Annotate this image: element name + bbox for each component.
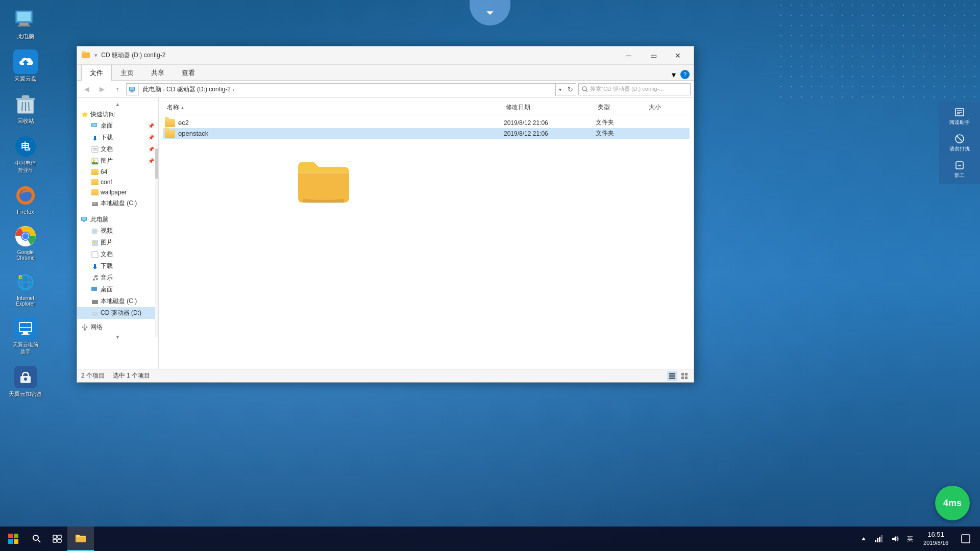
view-details-btn[interactable] (667, 371, 677, 381)
up-button[interactable]: ↑ (111, 83, 124, 96)
sidebar-scroll-up[interactable]: ▲ (77, 100, 158, 108)
sidebar-item-conf[interactable]: conf (77, 177, 158, 187)
sidebar-item-desktop-pc[interactable]: 桌面 (77, 284, 158, 295)
col-size[interactable]: 大小 (647, 102, 688, 113)
col-type[interactable]: 类型 (596, 102, 647, 113)
right-panel-dnd[interactable]: 请勿打扰 (949, 134, 970, 153)
sidebar-network-header[interactable]: 网络 (77, 321, 158, 333)
desktop-icon-tianyi-helper[interactable]: 天翼云电脑 助手 (5, 314, 46, 358)
svg-rect-94 (875, 540, 876, 542)
svg-rect-58 (92, 229, 97, 234)
svg-rect-99 (962, 535, 970, 543)
svg-rect-40 (130, 87, 134, 90)
tray-network-icon[interactable] (871, 535, 886, 543)
tray-show-hidden[interactable] (858, 536, 869, 541)
sidebar-item-local-c[interactable]: 本地磁盘 (C:) (77, 197, 158, 209)
tab-view[interactable]: 查看 (173, 65, 204, 81)
svg-rect-91 (53, 539, 57, 542)
close-button[interactable]: ✕ (666, 48, 690, 63)
tray-volume-icon[interactable] (888, 535, 902, 543)
right-panel-reading[interactable]: 阅读助手 (949, 107, 970, 126)
tray-language-icon[interactable]: 英 (904, 535, 916, 543)
back-button[interactable]: ◀ (80, 83, 93, 96)
address-refresh-btn[interactable]: ↻ (565, 84, 576, 96)
sidebar-quick-access-header[interactable]: ⭐ 快速访问 (77, 108, 158, 120)
sidebar-item-local-c-pc[interactable]: 本地磁盘 (C:) (77, 295, 158, 307)
table-row[interactable]: openstack 2019/8/12 21:06 文件夹 (163, 128, 690, 139)
minimize-button[interactable]: ─ (617, 48, 641, 63)
sidebar-scrollbar-track (155, 143, 158, 337)
chrome-label: Google Chrome (16, 249, 35, 261)
sidebar-item-pics-pc[interactable]: 图片 (77, 237, 158, 248)
sidebar-item-docs-pc[interactable]: 文档 (77, 248, 158, 260)
svg-rect-92 (58, 539, 61, 542)
help-button[interactable]: ? (680, 70, 690, 79)
sidebar-item-wallpaper[interactable]: wallpaper (77, 187, 158, 197)
folder-small-icon-2 (91, 179, 99, 185)
system-tray: 英 16:51 2019/8/16 (858, 527, 980, 551)
start-button[interactable] (0, 527, 27, 551)
right-panel-tools[interactable]: 部工 (954, 160, 965, 179)
file-type-openstack: 文件夹 (596, 129, 647, 138)
tab-share[interactable]: 共享 (142, 65, 173, 81)
sidebar-scroll-down[interactable]: ▼ (77, 333, 158, 341)
svg-point-54 (96, 203, 97, 204)
tab-home[interactable]: 主页 (112, 65, 142, 81)
svg-rect-56 (82, 217, 86, 220)
item-count: 2 个项目 (81, 371, 105, 380)
sidebar-item-downloads-quick[interactable]: 下载 📌 (77, 132, 158, 143)
sidebar-scrollbar-thumb[interactable] (155, 148, 158, 179)
svg-text:电: 电 (21, 141, 31, 152)
sidebar-item-music[interactable]: 音乐 (77, 272, 158, 284)
right-panel-tools-label: 部工 (954, 172, 965, 179)
restore-button[interactable]: ▭ (642, 48, 665, 63)
svg-rect-3 (18, 25, 30, 27)
view-controls (667, 371, 690, 381)
desktop-icon-this-pc[interactable]: 此电脑 (5, 5, 46, 42)
col-date[interactable]: 修改日期 (504, 102, 596, 113)
table-row[interactable]: ec2 2019/8/12 21:06 文件夹 (163, 117, 690, 128)
svg-rect-84 (14, 534, 18, 538)
pin-icon-2: 📌 (148, 135, 154, 140)
address-dropdown-btn[interactable]: ▾ (555, 84, 565, 96)
sidebar-this-pc-header[interactable]: 此电脑 (77, 213, 158, 225)
firefox-label: Firefox (17, 209, 34, 215)
svg-rect-28 (21, 334, 30, 335)
docs-icon-pc (91, 251, 99, 258)
sidebar-item-docs-quick[interactable]: 文档 📌 (77, 143, 158, 155)
view-large-icons-btn[interactable] (679, 371, 690, 381)
sidebar-item-downloads-pc[interactable]: 下载 (77, 260, 158, 272)
svg-rect-77 (669, 375, 675, 377)
svg-rect-27 (23, 332, 28, 334)
desktop-icon-chrome[interactable]: Google Chrome (5, 222, 46, 263)
desktop-icon-tianyi-cloud[interactable]: 天翼云盘 (5, 47, 46, 85)
svg-point-87 (33, 535, 38, 540)
tab-file[interactable]: 文件 (81, 65, 112, 81)
sidebar-item-desktop-quick[interactable]: 桌面 📌 (77, 120, 158, 132)
ribbon-collapse-btn[interactable]: ▾ (669, 70, 678, 79)
sidebar-item-64[interactable]: 64 (77, 167, 158, 177)
desktop-icon-ie[interactable]: e Internet Explorer (5, 268, 46, 309)
desktop-icon-firefox[interactable]: Firefox (5, 181, 46, 217)
sidebar-item-videos[interactable]: 视频 (77, 225, 158, 237)
tray-clock[interactable]: 16:51 2019/8/16 (918, 530, 953, 547)
sidebar-item-pics-quick[interactable]: 图片 📌 (77, 155, 158, 167)
desktop-icon-tianyi-vault[interactable]: 天翼云加密盘 (5, 363, 46, 400)
tray-notification-btn[interactable] (955, 527, 976, 551)
desktop-icon-telecom[interactable]: 电 中国电信 营业厅 (5, 132, 46, 176)
svg-rect-9 (22, 95, 29, 98)
taskbar-file-explorer-btn[interactable] (67, 527, 94, 551)
music-icon (91, 274, 99, 282)
title-bar-path: ▾ CD 驱动器 (D:) config-2 (94, 51, 617, 60)
col-name[interactable]: 名称 ▲ (165, 102, 504, 113)
desktop-icon-recycle[interactable]: 回收站 (5, 90, 46, 127)
address-bar: ◀ ▶ ↑ 此电脑 › CD 驱动器 (D:) config-2 › ▾ ↻ 搜… (77, 81, 694, 98)
taskbar-task-view-btn[interactable] (47, 527, 67, 551)
breadcrumb-display[interactable]: 此电脑 › CD 驱动器 (D:) config-2 › (139, 84, 555, 96)
svg-line-12 (29, 102, 29, 111)
search-box[interactable]: 搜索"CD 驱动器 (D:) config-... (578, 83, 691, 95)
sidebar-item-cd-drive[interactable]: CD 驱动器 (D:) (77, 307, 158, 319)
svg-point-69 (84, 329, 86, 331)
taskbar-search-btn[interactable] (27, 527, 47, 551)
forward-button[interactable]: ▶ (95, 83, 109, 96)
